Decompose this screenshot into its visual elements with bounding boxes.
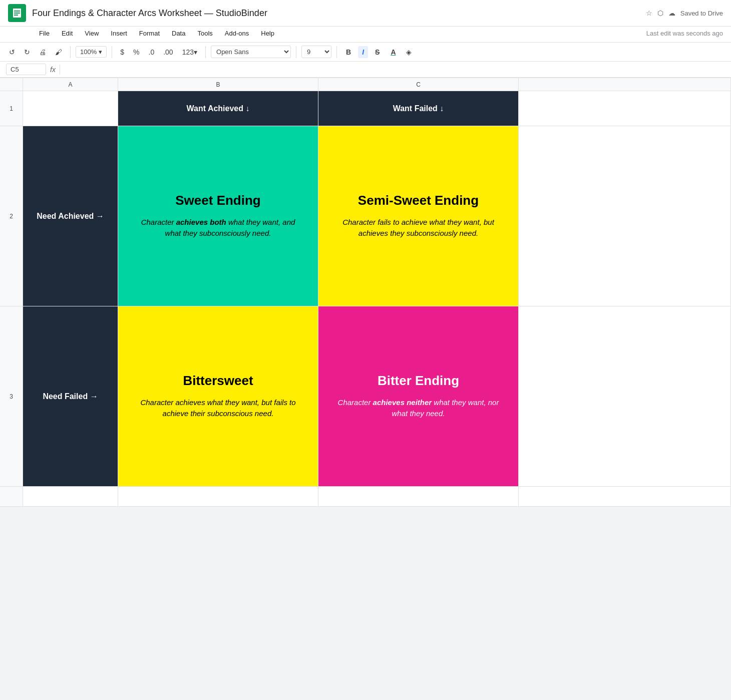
title-bar: Four Endings & Character Arcs Worksheet … xyxy=(0,0,731,27)
row-1: 1 Want Achieved ↓ Want Failed ↓ xyxy=(0,91,731,126)
toolbar-divider-5 xyxy=(336,46,337,58)
percent-button[interactable]: % xyxy=(130,46,142,58)
col-header-c[interactable]: C xyxy=(318,78,519,91)
last-edit-label: Last edit was seconds ago xyxy=(646,30,723,37)
cell-a-extra xyxy=(23,487,118,506)
menu-tools[interactable]: Tools xyxy=(192,28,217,39)
row-2: 2 Need Achieved → Sweet Ending Character… xyxy=(0,126,731,306)
row-num-extra xyxy=(0,487,23,506)
redo-button[interactable]: ↻ xyxy=(21,46,33,58)
row-2-label: Need Achieved → xyxy=(37,212,104,221)
font-size-select[interactable]: 9 xyxy=(301,46,331,58)
bittersweet-ending-title: Bittersweet xyxy=(183,373,253,389)
bitter-ending-desc: Character achieves neither what they wan… xyxy=(333,397,504,420)
cell-extra-2 xyxy=(519,126,731,306)
spreadsheet: A B C 1 Want Achieved ↓ Want Failed ↓ 2 … xyxy=(0,78,731,507)
menu-format[interactable]: Format xyxy=(134,28,165,39)
toolbar-divider-4 xyxy=(296,46,296,58)
cell-a3[interactable]: Need Failed → xyxy=(23,306,118,486)
bitter-ending-title: Bitter Ending xyxy=(378,373,459,389)
cell-b1[interactable]: Want Achieved ↓ xyxy=(118,91,318,126)
decimal-inc-button[interactable]: .00 xyxy=(160,46,176,58)
menu-addons[interactable]: Add-ons xyxy=(220,28,254,39)
fill-color-button[interactable]: ◈ xyxy=(403,46,415,58)
cell-extra-extra xyxy=(519,487,731,506)
fx-label: fx xyxy=(50,66,56,74)
bittersweet-ending-desc: Character achieves what they want, but f… xyxy=(133,397,303,420)
zoom-chevron: ▾ xyxy=(99,48,102,56)
cell-a2[interactable]: Need Achieved → xyxy=(23,126,118,306)
cell-c3[interactable]: Bitter Ending Character achieves neither… xyxy=(318,306,519,486)
row-num-corner xyxy=(0,78,23,91)
svg-rect-2 xyxy=(14,13,20,14)
menu-insert[interactable]: Insert xyxy=(106,28,132,39)
cell-reference-input[interactable] xyxy=(6,64,46,75)
row-3: 3 Need Failed → Bittersweet Character ac… xyxy=(0,306,731,487)
col-header-extra xyxy=(519,78,731,91)
decimal-dec-button[interactable]: .0 xyxy=(146,46,158,58)
svg-rect-1 xyxy=(14,11,20,12)
print-button[interactable]: 🖨 xyxy=(36,46,49,58)
drive-icon: ⬡ xyxy=(657,9,663,17)
formula-bar: fx xyxy=(0,62,731,78)
toolbar-divider-1 xyxy=(70,46,71,58)
row-num-1: 1 xyxy=(0,91,23,126)
cell-c2[interactable]: Semi-Sweet Ending Character fails to ach… xyxy=(318,126,519,306)
menu-help[interactable]: Help xyxy=(256,28,279,39)
cell-c-extra xyxy=(318,487,519,506)
italic-button[interactable]: I xyxy=(358,46,368,58)
cell-b3[interactable]: Bittersweet Character achieves what they… xyxy=(118,306,318,486)
app-icon xyxy=(8,4,26,22)
row-extra xyxy=(0,487,731,507)
cell-b-extra xyxy=(118,487,318,506)
menu-data[interactable]: Data xyxy=(167,28,190,39)
strikethrough-button[interactable]: S xyxy=(371,46,384,58)
document-title: Four Endings & Character Arcs Worksheet … xyxy=(32,8,640,19)
menu-file[interactable]: File xyxy=(34,28,55,39)
zoom-control[interactable]: 100% ▾ xyxy=(76,46,107,58)
row-3-label: Need Failed → xyxy=(43,392,98,401)
bold-button[interactable]: B xyxy=(342,46,355,58)
semi-sweet-ending-desc: Character fails to achieve what they wan… xyxy=(333,217,504,239)
font-color-button[interactable]: A xyxy=(387,46,400,58)
cell-extra-3 xyxy=(519,306,731,486)
svg-rect-3 xyxy=(14,15,18,16)
title-icons: ☆ ⬡ ☁ Saved to Drive xyxy=(646,9,723,17)
zoom-value: 100% xyxy=(80,48,97,56)
menu-edit[interactable]: Edit xyxy=(57,28,78,39)
paint-format-button[interactable]: 🖌 xyxy=(52,46,65,58)
cell-a1[interactable] xyxy=(23,91,118,126)
star-icon[interactable]: ☆ xyxy=(646,9,652,17)
formula-divider xyxy=(60,65,60,75)
toolbar: ↺ ↻ 🖨 🖌 100% ▾ $ % .0 .00 123▾ Open Sans… xyxy=(0,43,731,62)
cell-b2[interactable]: Sweet Ending Character achieves both wha… xyxy=(118,126,318,306)
more-formats-button[interactable]: 123▾ xyxy=(179,46,200,58)
col-header-b[interactable]: B xyxy=(118,78,318,91)
currency-button[interactable]: $ xyxy=(117,46,127,58)
toolbar-divider-3 xyxy=(205,46,206,58)
col-header-a[interactable]: A xyxy=(23,78,118,91)
menu-bar: File Edit View Insert Format Data Tools … xyxy=(0,27,731,43)
undo-button[interactable]: ↺ xyxy=(6,46,18,58)
sweet-ending-title: Sweet Ending xyxy=(175,193,260,208)
semi-sweet-ending-title: Semi-Sweet Ending xyxy=(358,193,479,208)
row-num-3: 3 xyxy=(0,306,23,486)
font-family-select[interactable]: Open Sans xyxy=(211,46,291,58)
cell-extra-1 xyxy=(519,91,731,126)
column-headers: A B C xyxy=(0,78,731,91)
toolbar-divider-2 xyxy=(112,46,112,58)
sweet-ending-desc: Character achieves both what they want, … xyxy=(133,217,303,239)
saved-status: Saved to Drive xyxy=(680,10,723,17)
menu-view[interactable]: View xyxy=(80,28,104,39)
cell-c1[interactable]: Want Failed ↓ xyxy=(318,91,519,126)
row-num-2: 2 xyxy=(0,126,23,306)
cloud-icon: ☁ xyxy=(668,9,675,17)
